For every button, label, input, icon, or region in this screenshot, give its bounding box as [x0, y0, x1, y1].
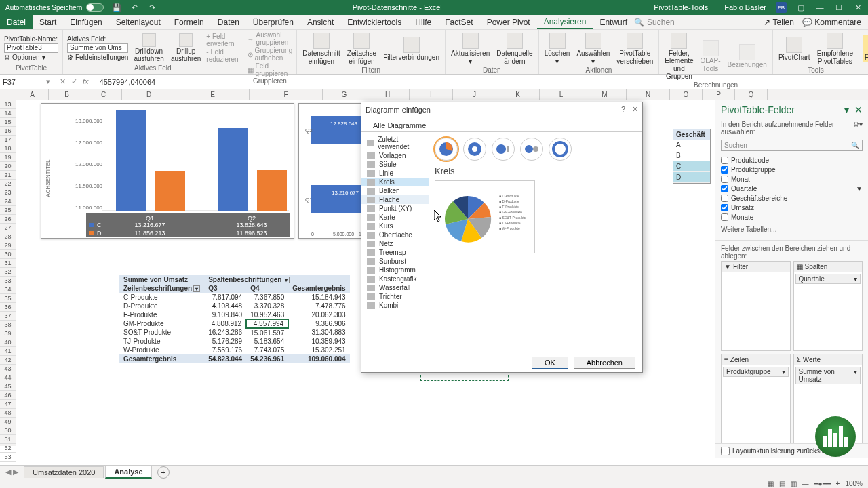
col-item-quartale[interactable]: Quartale▾: [795, 274, 861, 284]
tab-design[interactable]: Entwurf: [593, 15, 634, 29]
view-layout-icon[interactable]: ▤: [779, 480, 785, 487]
minimize-icon[interactable]: —: [815, 3, 825, 12]
dialog-close-icon[interactable]: ✕: [632, 105, 638, 114]
insert-slicer-button[interactable]: Datenschnitteinfügen: [301, 31, 342, 66]
insert-chart-dialog[interactable]: Diagramm einfügen ?✕ Alle Diagramme Zule…: [361, 102, 643, 373]
slicer-geschaeft[interactable]: Geschäft A B C D: [673, 129, 711, 184]
charttype-scatter[interactable]: Punkt (XY): [361, 204, 429, 213]
pivot-field-list[interactable]: PivotTable-Felder▾✕ In den Bericht aufzu…: [715, 100, 868, 458]
pivotchart-button[interactable]: PivotChart: [777, 35, 812, 62]
row-header-49[interactable]: 49: [0, 418, 16, 426]
col-header-q[interactable]: Q: [735, 89, 768, 100]
row-header-24[interactable]: 24: [0, 197, 16, 206]
row-header-28[interactable]: 28: [0, 232, 16, 241]
col-header-b[interactable]: B: [49, 89, 85, 100]
col-header-c[interactable]: C: [85, 89, 122, 100]
col-header-k[interactable]: K: [496, 89, 540, 100]
sheet-nav[interactable]: ◀ ▶: [0, 468, 24, 476]
embedded-bar-chart[interactable]: ACHSENTITEL 13.000.000 12.500.000 12.000…: [41, 103, 294, 239]
field-produktcode[interactable]: [721, 157, 728, 164]
tab-pagelayout[interactable]: Seitenlayout: [109, 15, 167, 29]
columns-area[interactable]: ▦ SpaltenQuartale▾: [793, 261, 863, 351]
active-field-input[interactable]: Summe von Ums: [67, 43, 128, 53]
close-icon[interactable]: ✕: [853, 3, 863, 12]
tab-factset[interactable]: FactSet: [438, 15, 479, 29]
select-button[interactable]: Auswählen▾: [575, 31, 611, 66]
charttype-radar[interactable]: Netz: [361, 239, 429, 248]
charttype-treemap[interactable]: Treemap: [361, 248, 429, 257]
col-header-n[interactable]: N: [627, 89, 670, 100]
preview-pie-chart[interactable]: ■ C-Produkte ■ D-Produkte ■ F-Produkte ■…: [435, 180, 535, 253]
col-header-i[interactable]: I: [410, 89, 453, 100]
row-header-18[interactable]: 18: [0, 144, 16, 153]
col-header-l[interactable]: L: [540, 89, 583, 100]
row-header-25[interactable]: 25: [0, 206, 16, 215]
redo-icon[interactable]: ↷: [147, 3, 157, 12]
fieldlist-button[interactable]: Feldliste: [863, 35, 868, 62]
row-header-31[interactable]: 31: [0, 259, 16, 268]
filter-connections-button[interactable]: Filterverbindungen: [382, 35, 441, 62]
charttype-map[interactable]: Karte: [361, 213, 429, 222]
col-header-e[interactable]: E: [176, 89, 250, 100]
charttype-area[interactable]: Fläche: [361, 195, 429, 204]
user-name[interactable]: Fabio Basler: [724, 3, 766, 12]
autosave-toggle[interactable]: Automatisches Speichern: [5, 3, 104, 12]
tab-analyze[interactable]: Analysieren: [537, 15, 593, 29]
col-header-j[interactable]: J: [453, 89, 496, 100]
zoom-slider[interactable]: ━●━━: [814, 480, 831, 487]
pivot-table[interactable]: Summe von UmsatzSpaltenbeschriftungen▾ Z…: [119, 275, 350, 363]
fieldlist-gear-icon[interactable]: ⚙▾: [853, 121, 863, 136]
recommended-button[interactable]: EmpfohlenePivotTables: [816, 31, 854, 66]
drillup-button[interactable]: Drillup ausführen: [170, 32, 202, 64]
select-all-corner[interactable]: [0, 89, 16, 100]
row-header-47[interactable]: 47: [0, 400, 16, 409]
rows-area[interactable]: ≡ ZeilenProduktgruppe▾: [721, 354, 791, 444]
pie-subtype-3[interactable]: [492, 138, 515, 161]
col-header-o[interactable]: O: [670, 89, 703, 100]
charttype-sunburst[interactable]: Sunburst: [361, 257, 429, 266]
charttype-line[interactable]: Linie: [361, 169, 429, 178]
row-header-50[interactable]: 50: [0, 426, 16, 435]
calc-fields-button[interactable]: Felder, Elementeund Gruppen: [663, 31, 694, 81]
charttype-boxplot[interactable]: Kastengrafik: [361, 274, 429, 283]
field-quartale[interactable]: [721, 185, 728, 192]
row-header-40[interactable]: 40: [0, 338, 16, 347]
col-header-f[interactable]: F: [250, 89, 323, 100]
row-header-19[interactable]: 19: [0, 153, 16, 162]
name-box[interactable]: F37: [0, 78, 43, 86]
fieldlist-close-icon[interactable]: ✕: [854, 104, 863, 115]
col-filter-dropdown[interactable]: ▾: [283, 277, 290, 283]
charttype-funnel[interactable]: Trichter: [361, 292, 429, 301]
col-header-d[interactable]: D: [122, 89, 176, 100]
row-header-20[interactable]: 20: [0, 162, 16, 171]
row-header-39[interactable]: 39: [0, 329, 16, 338]
charttype-waterfall[interactable]: Wasserfall: [361, 283, 429, 292]
dialog-ok-button[interactable]: OK: [532, 357, 568, 369]
charttype-templates[interactable]: Vorlagen: [361, 151, 429, 160]
sheet-tab-data[interactable]: Umsatzdaten 2020: [24, 466, 104, 478]
row-header-21[interactable]: 21: [0, 171, 16, 180]
row-header-46[interactable]: 46: [0, 391, 16, 400]
move-button[interactable]: PivotTableverschieben: [615, 31, 654, 66]
row-header-42[interactable]: 42: [0, 356, 16, 365]
row-item-produktgruppe[interactable]: Produktgruppe▾: [723, 367, 789, 377]
enter-formula-icon[interactable]: ✓: [71, 77, 77, 86]
more-tables-link[interactable]: Weitere Tabellen...: [715, 223, 868, 236]
share-button[interactable]: ↗ Teilen: [764, 18, 793, 27]
drilldown-button[interactable]: Drilldown ausführen: [132, 32, 165, 64]
charttype-stock[interactable]: Kurs: [361, 222, 429, 230]
row-header-44[interactable]: 44: [0, 373, 16, 382]
dialog-cancel-button[interactable]: Abbrechen: [574, 357, 635, 369]
field-geschaeftsbereiche[interactable]: [721, 195, 728, 202]
row-header-33[interactable]: 33: [0, 277, 16, 285]
col-header-m[interactable]: M: [583, 89, 627, 100]
row-header-26[interactable]: 26: [0, 215, 16, 224]
save-icon[interactable]: 💾: [112, 3, 121, 12]
pie-subtype-2[interactable]: [463, 138, 486, 161]
formula-input[interactable]: 4557994,040064: [96, 78, 868, 86]
tab-formulas[interactable]: Formeln: [167, 15, 211, 29]
tab-data[interactable]: Daten: [211, 15, 246, 29]
tab-help[interactable]: Hilfe: [408, 15, 438, 29]
charttype-histogram[interactable]: Histogramm: [361, 266, 429, 274]
undo-icon[interactable]: ↶: [130, 3, 139, 12]
